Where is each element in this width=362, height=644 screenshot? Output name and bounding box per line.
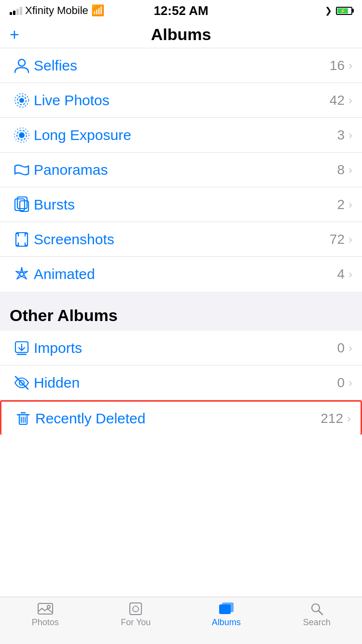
carrier-name: Xfinity Mobile <box>25 4 88 17</box>
status-bar-left: Xfinity Mobile 📶 <box>10 4 104 17</box>
selfies-icon <box>10 57 34 74</box>
tab-for-you[interactable]: For You <box>91 602 181 628</box>
tab-photos[interactable]: Photos <box>0 602 91 628</box>
for-you-tab-icon <box>129 602 142 616</box>
chevron-icon: › <box>348 59 352 72</box>
tab-bar: Photos For You Albums Search <box>0 597 362 644</box>
list-item-live-photos[interactable]: Live Photos 42 › <box>0 83 362 118</box>
svg-point-12 <box>20 272 24 276</box>
page-title: Albums <box>151 25 211 44</box>
long-exposure-icon <box>10 126 34 144</box>
tab-albums[interactable]: Albums <box>181 602 272 628</box>
other-albums-list: Imports 0 › Hidden 0 › <box>0 331 362 435</box>
location-icon: ❯ <box>325 5 332 16</box>
svg-point-0 <box>18 59 25 66</box>
svg-point-1 <box>19 98 24 103</box>
svg-point-4 <box>19 132 25 138</box>
screenshots-icon <box>10 231 34 248</box>
albums-tab-label: Albums <box>212 617 241 628</box>
chevron-icon: › <box>348 341 352 355</box>
svg-rect-24 <box>38 603 53 614</box>
signal-icon <box>10 7 22 15</box>
list-item-long-exposure[interactable]: Long Exposure 3 › <box>0 118 362 153</box>
chevron-icon: › <box>348 233 352 246</box>
svg-marker-11 <box>16 267 28 279</box>
chevron-icon: › <box>348 376 352 390</box>
content-area: Selfies 16 › Live Photos 42 › <box>0 48 362 597</box>
list-item-animated[interactable]: Animated 4 › <box>0 257 362 292</box>
media-types-list: Selfies 16 › Live Photos 42 › <box>0 48 362 292</box>
live-photos-icon <box>10 92 34 109</box>
nav-header: + Albums <box>0 21 362 48</box>
tab-search[interactable]: Search <box>272 602 362 628</box>
chevron-icon: › <box>347 412 351 425</box>
list-item-recently-deleted[interactable]: Recently Deleted 212 › <box>0 400 362 435</box>
animated-icon <box>10 266 34 283</box>
list-item-imports[interactable]: Imports 0 › <box>0 331 362 365</box>
svg-rect-10 <box>16 233 28 246</box>
panoramas-icon <box>10 161 34 179</box>
list-item-screenshots[interactable]: Screenshots 72 › <box>0 222 362 257</box>
svg-rect-26 <box>130 603 141 615</box>
chevron-icon: › <box>348 128 352 142</box>
status-time: 12:52 AM <box>153 3 208 18</box>
chevron-icon: › <box>348 163 352 177</box>
add-album-button[interactable]: + <box>10 25 19 44</box>
chevron-icon: › <box>348 267 352 281</box>
photos-tab-icon <box>38 602 53 616</box>
list-item-panoramas[interactable]: Panoramas 8 › <box>0 153 362 187</box>
svg-rect-28 <box>222 602 234 612</box>
photos-tab-label: Photos <box>32 617 59 628</box>
chevron-icon: › <box>348 94 352 107</box>
svg-line-30 <box>319 611 322 615</box>
list-item-hidden[interactable]: Hidden 0 › <box>0 365 362 400</box>
chevron-icon: › <box>348 198 352 211</box>
wifi-icon: 📶 <box>91 4 104 17</box>
for-you-tab-label: For You <box>121 617 151 628</box>
svg-point-25 <box>47 605 50 608</box>
status-bar-right: ❯ ⚡ <box>325 5 352 16</box>
list-item-bursts[interactable]: Bursts 2 › <box>0 187 362 222</box>
other-albums-header: Other Albums <box>0 292 362 331</box>
other-albums-title: Other Albums <box>10 306 118 324</box>
albums-tab-icon <box>219 602 234 616</box>
bursts-icon <box>10 196 34 213</box>
status-bar: Xfinity Mobile 📶 12:52 AM ❯ ⚡ <box>0 0 362 21</box>
search-tab-label: Search <box>303 617 331 628</box>
list-item-selfies[interactable]: Selfies 16 › <box>0 48 362 83</box>
battery-icon: ⚡ <box>336 7 352 15</box>
hidden-icon <box>10 374 34 392</box>
imports-icon <box>10 339 34 357</box>
search-tab-icon <box>310 602 323 616</box>
trash-icon <box>11 410 35 427</box>
